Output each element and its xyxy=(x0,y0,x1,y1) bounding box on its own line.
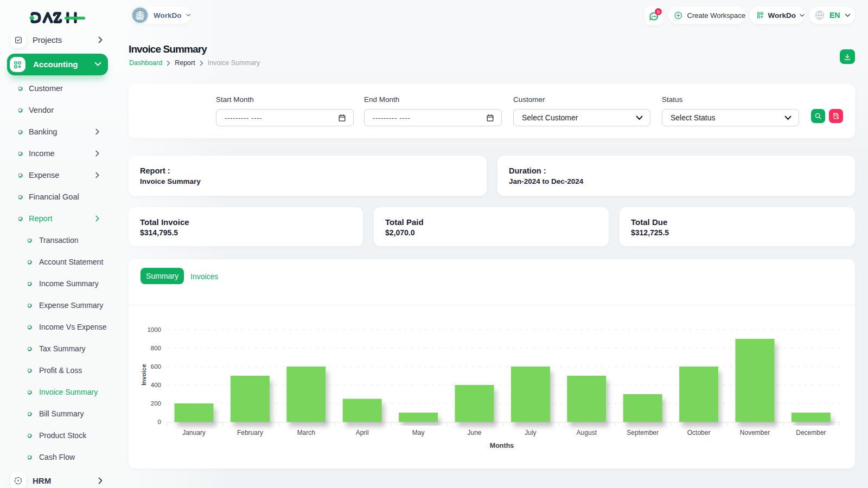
svg-text:600: 600 xyxy=(151,363,161,370)
svg-text:August: August xyxy=(577,429,597,436)
svg-text:Months: Months xyxy=(490,442,514,450)
svg-text:September: September xyxy=(627,429,659,436)
svg-text:400: 400 xyxy=(151,382,161,388)
svg-text:December: December xyxy=(796,429,826,436)
svg-text:800: 800 xyxy=(151,345,161,351)
svg-text:June: June xyxy=(467,429,481,436)
svg-text:November: November xyxy=(740,429,770,436)
svg-text:Invoice: Invoice xyxy=(141,364,147,386)
svg-text:1000: 1000 xyxy=(147,326,161,333)
svg-text:200: 200 xyxy=(151,400,161,407)
svg-text:May: May xyxy=(412,429,425,436)
svg-text:February: February xyxy=(237,429,263,436)
svg-text:July: July xyxy=(525,429,536,436)
svg-text:October: October xyxy=(687,429,711,436)
svg-text:0: 0 xyxy=(158,419,161,425)
svg-text:April: April xyxy=(356,429,369,436)
svg-text:January: January xyxy=(182,429,206,436)
svg-text:March: March xyxy=(297,429,315,436)
